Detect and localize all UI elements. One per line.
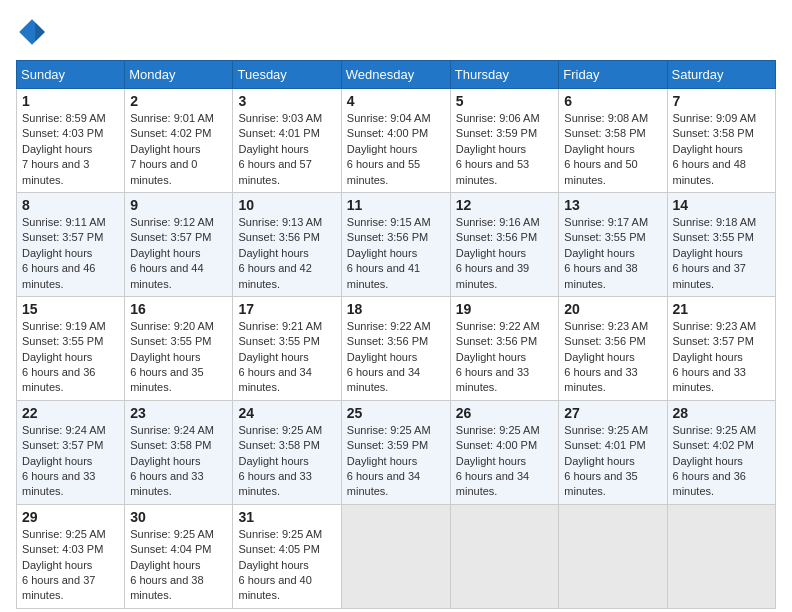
cell-info: Sunrise: 9:24 AM Sunset: 3:57 PM Dayligh… bbox=[22, 423, 119, 500]
day-number: 28 bbox=[673, 405, 771, 421]
daylight-duration: 6 hours and 42 minutes. bbox=[238, 262, 311, 289]
day-number: 19 bbox=[456, 301, 554, 317]
daylight-duration: 6 hours and 57 minutes. bbox=[238, 158, 311, 185]
sunrise-label: Sunrise: bbox=[673, 216, 716, 228]
sunset-label: Sunset: bbox=[22, 439, 62, 451]
daylight-duration: 6 hours and 40 minutes. bbox=[238, 574, 311, 601]
sunrise-label: Sunrise: bbox=[564, 216, 607, 228]
cell-info: Sunrise: 9:17 AM Sunset: 3:55 PM Dayligh… bbox=[564, 215, 661, 292]
daylight-duration: 6 hours and 35 minutes. bbox=[564, 470, 637, 497]
sunset-time: 3:56 PM bbox=[496, 231, 537, 243]
sunrise-label: Sunrise: bbox=[347, 216, 390, 228]
calendar-week-4: 22 Sunrise: 9:24 AM Sunset: 3:57 PM Dayl… bbox=[17, 400, 776, 504]
sunset-label: Sunset: bbox=[130, 543, 170, 555]
day-number: 12 bbox=[456, 197, 554, 213]
sunrise-time: 9:23 AM bbox=[608, 320, 648, 332]
sunset-label: Sunset: bbox=[456, 335, 496, 347]
sunset-label: Sunset: bbox=[347, 335, 387, 347]
daylight-label: Daylight hours bbox=[673, 351, 743, 363]
daylight-label: Daylight hours bbox=[564, 455, 634, 467]
sunrise-label: Sunrise: bbox=[238, 216, 281, 228]
weekday-header-thursday: Thursday bbox=[450, 61, 559, 89]
daylight-label: Daylight hours bbox=[130, 143, 200, 155]
weekday-header-tuesday: Tuesday bbox=[233, 61, 341, 89]
sunrise-label: Sunrise: bbox=[347, 112, 390, 124]
calendar-cell bbox=[450, 504, 559, 608]
sunrise-label: Sunrise: bbox=[22, 112, 65, 124]
day-number: 1 bbox=[22, 93, 119, 109]
daylight-duration: 6 hours and 34 minutes. bbox=[347, 366, 420, 393]
daylight-duration: 6 hours and 33 minutes. bbox=[238, 470, 311, 497]
daylight-label: Daylight hours bbox=[130, 455, 200, 467]
calendar-cell: 18 Sunrise: 9:22 AM Sunset: 3:56 PM Dayl… bbox=[341, 296, 450, 400]
calendar-cell: 3 Sunrise: 9:03 AM Sunset: 4:01 PM Dayli… bbox=[233, 89, 341, 193]
sunset-label: Sunset: bbox=[456, 439, 496, 451]
sunrise-label: Sunrise: bbox=[564, 112, 607, 124]
calendar-table: SundayMondayTuesdayWednesdayThursdayFrid… bbox=[16, 60, 776, 609]
daylight-duration: 6 hours and 44 minutes. bbox=[130, 262, 203, 289]
cell-info: Sunrise: 9:25 AM Sunset: 3:58 PM Dayligh… bbox=[238, 423, 335, 500]
sunset-label: Sunset: bbox=[238, 335, 278, 347]
sunset-time: 4:01 PM bbox=[605, 439, 646, 451]
sunrise-label: Sunrise: bbox=[130, 320, 173, 332]
sunset-label: Sunset: bbox=[347, 439, 387, 451]
sunset-label: Sunset: bbox=[347, 231, 387, 243]
sunset-time: 4:05 PM bbox=[279, 543, 320, 555]
sunset-time: 4:01 PM bbox=[279, 127, 320, 139]
cell-info: Sunrise: 9:25 AM Sunset: 4:00 PM Dayligh… bbox=[456, 423, 554, 500]
cell-info: Sunrise: 9:04 AM Sunset: 4:00 PM Dayligh… bbox=[347, 111, 445, 188]
calendar-cell: 25 Sunrise: 9:25 AM Sunset: 3:59 PM Dayl… bbox=[341, 400, 450, 504]
day-number: 25 bbox=[347, 405, 445, 421]
sunset-time: 3:57 PM bbox=[171, 231, 212, 243]
calendar-cell: 7 Sunrise: 9:09 AM Sunset: 3:58 PM Dayli… bbox=[667, 89, 776, 193]
daylight-label: Daylight hours bbox=[238, 351, 308, 363]
daylight-label: Daylight hours bbox=[456, 247, 526, 259]
cell-info: Sunrise: 9:16 AM Sunset: 3:56 PM Dayligh… bbox=[456, 215, 554, 292]
sunset-label: Sunset: bbox=[130, 439, 170, 451]
daylight-label: Daylight hours bbox=[22, 143, 92, 155]
daylight-duration: 6 hours and 46 minutes. bbox=[22, 262, 95, 289]
sunrise-label: Sunrise: bbox=[130, 528, 173, 540]
calendar-cell: 11 Sunrise: 9:15 AM Sunset: 3:56 PM Dayl… bbox=[341, 192, 450, 296]
daylight-label: Daylight hours bbox=[22, 247, 92, 259]
day-number: 26 bbox=[456, 405, 554, 421]
day-number: 11 bbox=[347, 197, 445, 213]
calendar-cell: 12 Sunrise: 9:16 AM Sunset: 3:56 PM Dayl… bbox=[450, 192, 559, 296]
daylight-label: Daylight hours bbox=[347, 143, 417, 155]
day-number: 9 bbox=[130, 197, 227, 213]
daylight-duration: 6 hours and 53 minutes. bbox=[456, 158, 529, 185]
day-number: 24 bbox=[238, 405, 335, 421]
sunset-label: Sunset: bbox=[22, 231, 62, 243]
sunrise-time: 9:09 AM bbox=[716, 112, 756, 124]
calendar-cell: 28 Sunrise: 9:25 AM Sunset: 4:02 PM Dayl… bbox=[667, 400, 776, 504]
day-number: 5 bbox=[456, 93, 554, 109]
sunrise-time: 9:25 AM bbox=[65, 528, 105, 540]
sunset-label: Sunset: bbox=[673, 127, 713, 139]
cell-info: Sunrise: 9:24 AM Sunset: 3:58 PM Dayligh… bbox=[130, 423, 227, 500]
sunset-time: 3:55 PM bbox=[279, 335, 320, 347]
sunset-time: 3:56 PM bbox=[387, 335, 428, 347]
sunrise-label: Sunrise: bbox=[238, 112, 281, 124]
day-number: 21 bbox=[673, 301, 771, 317]
sunset-label: Sunset: bbox=[673, 335, 713, 347]
sunset-label: Sunset: bbox=[564, 335, 604, 347]
daylight-duration: 6 hours and 34 minutes. bbox=[238, 366, 311, 393]
daylight-label: Daylight hours bbox=[238, 455, 308, 467]
sunset-label: Sunset: bbox=[564, 127, 604, 139]
weekday-header-wednesday: Wednesday bbox=[341, 61, 450, 89]
daylight-label: Daylight hours bbox=[347, 455, 417, 467]
day-number: 16 bbox=[130, 301, 227, 317]
cell-info: Sunrise: 9:23 AM Sunset: 3:56 PM Dayligh… bbox=[564, 319, 661, 396]
calendar-cell: 16 Sunrise: 9:20 AM Sunset: 3:55 PM Dayl… bbox=[125, 296, 233, 400]
cell-info: Sunrise: 8:59 AM Sunset: 4:03 PM Dayligh… bbox=[22, 111, 119, 188]
sunset-time: 3:56 PM bbox=[279, 231, 320, 243]
daylight-duration: 6 hours and 48 minutes. bbox=[673, 158, 746, 185]
weekday-header-row: SundayMondayTuesdayWednesdayThursdayFrid… bbox=[17, 61, 776, 89]
cell-info: Sunrise: 9:25 AM Sunset: 4:04 PM Dayligh… bbox=[130, 527, 227, 604]
weekday-header-sunday: Sunday bbox=[17, 61, 125, 89]
cell-info: Sunrise: 9:25 AM Sunset: 4:05 PM Dayligh… bbox=[238, 527, 335, 604]
calendar-cell: 21 Sunrise: 9:23 AM Sunset: 3:57 PM Dayl… bbox=[667, 296, 776, 400]
sunset-time: 3:59 PM bbox=[387, 439, 428, 451]
sunset-time: 3:57 PM bbox=[62, 231, 103, 243]
cell-info: Sunrise: 9:01 AM Sunset: 4:02 PM Dayligh… bbox=[130, 111, 227, 188]
